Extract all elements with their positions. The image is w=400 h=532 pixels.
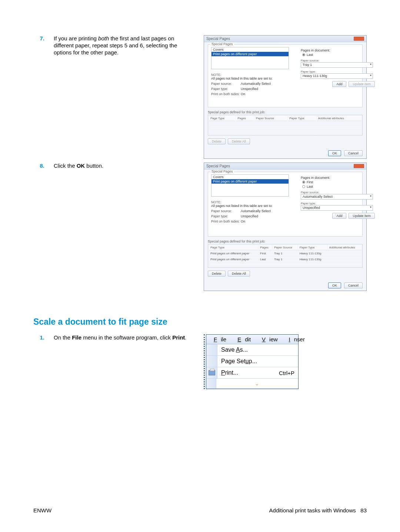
- menu-expand[interactable]: ⌄: [206, 379, 298, 389]
- label: Paper type:: [211, 87, 241, 91]
- defined-pages-table: Page Type Pages Paper Source Paper Type …: [208, 244, 363, 268]
- special-pages-dialog-2: Special Pages Special Pages Covers Print…: [204, 163, 367, 291]
- page-footer: ENWW Additional print tasks with Windows…: [33, 507, 367, 513]
- menu-insert[interactable]: Inser: [281, 335, 309, 344]
- figure-step-8: Special Pages Special Pages Covers Print…: [204, 163, 367, 291]
- step-7-text: If you are printing both the first and l…: [54, 35, 194, 56]
- dialog-title: Special Pages: [206, 164, 230, 168]
- table-row[interactable]: Print pages on different paper Last Tray…: [209, 257, 361, 262]
- col-header: Pages: [236, 116, 254, 121]
- ok-button[interactable]: OK: [328, 282, 341, 288]
- step-1-text: On the File menu in the software program…: [54, 334, 194, 341]
- text-bold: Print: [172, 334, 185, 341]
- list-item-selected[interactable]: Print pages on different paper: [211, 179, 289, 184]
- pages-in-doc-label: Pages in document:: [301, 176, 375, 180]
- list-item[interactable]: Covers: [211, 175, 289, 179]
- delete-all-button[interactable]: Delete All: [228, 138, 250, 144]
- dropdown-value: Tray 1: [303, 63, 312, 67]
- value: Automatically Select: [241, 82, 271, 86]
- ok-button[interactable]: OK: [328, 150, 341, 156]
- special-pages-fieldset: Special Pages Covers Print pages on diff…: [208, 172, 363, 237]
- add-button[interactable]: Add: [332, 81, 346, 87]
- cancel-button[interactable]: Cancel: [344, 282, 363, 288]
- covers-listbox[interactable]: Covers Print pages on different paper: [211, 174, 289, 197]
- menu-item-save-as[interactable]: Save As...: [206, 344, 298, 356]
- table-row[interactable]: Print pages on different paper First Tra…: [209, 251, 361, 256]
- dropdown-value: Heavy 111-130g: [303, 74, 327, 78]
- file-menu: File Edit View Inser Save As... Page Set…: [206, 334, 299, 389]
- dropdown-value: Automatically Select: [303, 195, 333, 198]
- col-header: Page Type: [209, 116, 235, 121]
- value: Unspecified: [241, 214, 258, 218]
- radio-label: Last: [307, 185, 313, 188]
- figure-step-1: File Edit View Inser Save As... Page Set…: [204, 334, 367, 389]
- cell: Print pages on different paper: [209, 257, 258, 262]
- update-item-button[interactable]: Update item: [349, 213, 375, 219]
- text: menu in the software program, click: [81, 334, 172, 341]
- close-icon[interactable]: [354, 164, 364, 168]
- label: Paper source:: [301, 191, 375, 194]
- shortcut-label: Ctrl+P: [275, 368, 298, 378]
- cancel-button[interactable]: Cancel: [344, 150, 363, 156]
- step-7-row: 7. If you are printing both the first an…: [33, 35, 367, 159]
- paper-source-dropdown[interactable]: Tray 1: [301, 62, 373, 68]
- defined-pages-label: Special pages defined for this print job…: [208, 240, 363, 243]
- step-1-number: 1.: [33, 334, 44, 341]
- list-item-selected[interactable]: Print pages on different paper: [211, 52, 289, 56]
- dialog-titlebar: Special Pages: [204, 36, 366, 42]
- radio-icon: [302, 181, 305, 184]
- menu-item-page-setup[interactable]: Page Setup...: [206, 356, 298, 367]
- menu-view[interactable]: View: [254, 335, 281, 344]
- radio-last[interactable]: Last: [302, 185, 375, 188]
- col-header: Paper Type: [298, 245, 327, 250]
- paper-type-dropdown[interactable]: Heavy 111-130g: [301, 73, 373, 79]
- dropdown-value: Unspecified: [303, 206, 320, 210]
- col-header: Additional attributes: [328, 245, 361, 250]
- text-bold: File: [72, 334, 81, 341]
- figure-step-7: Special Pages Special Pages Covers Print…: [204, 35, 367, 159]
- text-italic: both: [98, 35, 109, 41]
- radio-first[interactable]: First: [302, 180, 375, 184]
- value: Automatically Select: [241, 209, 271, 213]
- value: Unspecified: [241, 87, 258, 91]
- cell: Heavy 111-130g: [298, 251, 327, 256]
- col-header: Additional attributes: [317, 116, 361, 121]
- delete-button[interactable]: Delete: [208, 271, 226, 277]
- label: Paper source:: [211, 82, 241, 86]
- label: Paper source:: [301, 59, 375, 62]
- label: Paper type:: [301, 70, 375, 73]
- cell: Last: [259, 257, 272, 262]
- fieldset-legend: Special Pages: [210, 170, 234, 173]
- pages-in-doc-label: Pages in document:: [301, 48, 375, 52]
- col-header: Paper Type: [288, 116, 316, 121]
- add-button[interactable]: Add: [332, 213, 346, 219]
- close-icon[interactable]: [354, 37, 364, 41]
- step-1-row: 1. On the File menu in the software prog…: [33, 334, 367, 389]
- radio-last[interactable]: Last: [302, 53, 375, 57]
- menu-edit[interactable]: Edit: [230, 335, 254, 344]
- page-number: 83: [360, 507, 367, 513]
- paper-type-dropdown[interactable]: Unspecified: [301, 205, 373, 211]
- radio-label: Last: [307, 53, 313, 57]
- menu-file[interactable]: File: [206, 335, 230, 344]
- radio-label: First: [307, 180, 313, 184]
- label: Print on both sides:: [211, 92, 241, 96]
- radio-icon: [302, 53, 305, 56]
- label: Print on both sides:: [211, 220, 241, 223]
- cell: First: [259, 251, 272, 256]
- list-item[interactable]: Covers: [211, 47, 289, 52]
- chevron-down-icon: ⌄: [255, 381, 259, 387]
- menu-item-print[interactable]: Print... Ctrl+P: [206, 367, 298, 379]
- update-item-button[interactable]: Update item: [349, 81, 375, 87]
- footer-section-title: Additional print tasks with Windows: [269, 507, 356, 513]
- covers-listbox[interactable]: Covers Print pages on different paper: [211, 47, 289, 69]
- value: On: [241, 92, 245, 96]
- cell: Tray 1: [273, 251, 297, 256]
- delete-button[interactable]: Delete: [208, 138, 226, 144]
- delete-all-button[interactable]: Delete All: [228, 271, 250, 277]
- step-8-text: Click the OK button.: [54, 163, 194, 170]
- footer-right: Additional print tasks with Windows 83: [269, 507, 367, 513]
- step-8-number: 8.: [33, 163, 44, 169]
- paper-source-dropdown[interactable]: Automatically Select: [301, 194, 373, 200]
- col-header: Page Type: [209, 245, 258, 250]
